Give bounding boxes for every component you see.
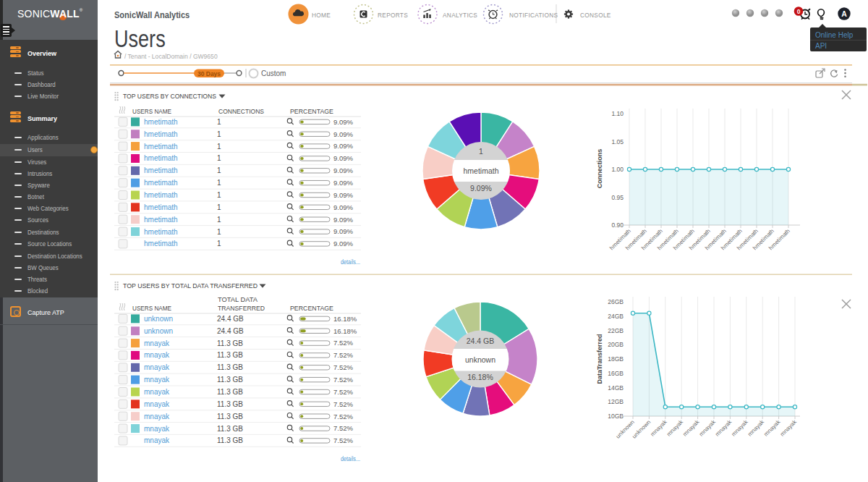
- svg-text:A: A: [841, 9, 847, 18]
- svg-text:11.3 GB: 11.3 GB: [217, 400, 243, 408]
- svg-text:11.3 GB: 11.3 GB: [217, 436, 243, 444]
- svg-text:11.3 GB: 11.3 GB: [217, 388, 243, 396]
- svg-text:1: 1: [217, 203, 221, 211]
- svg-text:mnayak: mnayak: [746, 418, 766, 438]
- svg-text:7.52%: 7.52%: [333, 388, 353, 396]
- svg-text:mnayak: mnayak: [144, 376, 170, 384]
- svg-text:16.18%: 16.18%: [333, 327, 357, 335]
- svg-text:18GB: 18GB: [608, 355, 624, 363]
- svg-text:9.09%: 9.09%: [333, 216, 353, 224]
- svg-text:mnayak: mnayak: [731, 418, 750, 438]
- svg-text:PERCENTAGE: PERCENTAGE: [290, 305, 333, 312]
- svg-text:mnayak: mnayak: [144, 388, 170, 396]
- svg-text:hmetimath: hmetimath: [144, 179, 178, 187]
- svg-text:24.4 GB: 24.4 GB: [217, 315, 244, 323]
- svg-text:mnayak: mnayak: [144, 351, 170, 359]
- svg-text:1: 1: [217, 154, 221, 162]
- svg-text:1.05: 1.05: [611, 138, 624, 145]
- svg-text:30 Days: 30 Days: [197, 70, 221, 77]
- svg-text:hmetimath: hmetimath: [144, 216, 178, 224]
- svg-text:1: 1: [217, 118, 221, 126]
- svg-text:26GB: 26GB: [608, 298, 624, 305]
- svg-text:hmetimath: hmetimath: [144, 228, 178, 236]
- svg-text:hmetimath: hmetimath: [144, 130, 178, 138]
- svg-text:mnayak: mnayak: [650, 418, 669, 438]
- svg-text:9.09%: 9.09%: [333, 203, 353, 211]
- svg-text:TRANSFERRED: TRANSFERRED: [218, 305, 265, 312]
- svg-text:mnayak: mnayak: [144, 413, 170, 420]
- svg-text:USERS NAME: USERS NAME: [132, 305, 171, 312]
- svg-text:mnayak: mnayak: [144, 339, 170, 347]
- svg-text:hmetimath: hmetimath: [144, 191, 178, 199]
- svg-text:9.09%: 9.09%: [333, 240, 353, 248]
- svg-text:mnayak: mnayak: [698, 418, 718, 438]
- svg-text:9.09%: 9.09%: [333, 227, 353, 235]
- svg-text:9.09%: 9.09%: [333, 154, 353, 162]
- svg-text:11.3 GB: 11.3 GB: [217, 351, 243, 359]
- svg-text:9.09%: 9.09%: [333, 179, 353, 187]
- svg-text:16GB: 16GB: [608, 370, 624, 377]
- svg-text:mnayak: mnayak: [762, 418, 782, 438]
- svg-text:14GB: 14GB: [608, 384, 624, 392]
- svg-text:mnayak: mnayak: [144, 436, 170, 444]
- svg-text:7.52%: 7.52%: [333, 400, 353, 408]
- svg-text:details...: details...: [341, 258, 360, 266]
- svg-text:24.4 GB: 24.4 GB: [467, 337, 495, 345]
- svg-text:7.52%: 7.52%: [333, 424, 353, 432]
- svg-text:0.95: 0.95: [611, 194, 624, 201]
- svg-text:9.09%: 9.09%: [333, 142, 353, 150]
- svg-text:11.3 GB: 11.3 GB: [217, 363, 243, 371]
- svg-text:0: 0: [797, 8, 801, 15]
- svg-text:9.09%: 9.09%: [333, 118, 353, 126]
- svg-text:details...: details...: [341, 454, 360, 462]
- svg-text:TOTAL DATA: TOTAL DATA: [218, 296, 258, 303]
- svg-text:PERCENTAGE: PERCENTAGE: [290, 108, 333, 115]
- svg-text:7.52%: 7.52%: [333, 351, 353, 359]
- svg-text:unknown: unknown: [465, 355, 495, 364]
- svg-text:9.09%: 9.09%: [333, 130, 353, 138]
- svg-text:hmetimath: hmetimath: [144, 143, 178, 151]
- svg-text:mnayak: mnayak: [144, 363, 170, 371]
- svg-text:1.10: 1.10: [611, 110, 624, 117]
- svg-text:1.00: 1.00: [611, 166, 624, 173]
- svg-text:1: 1: [217, 228, 221, 236]
- svg-text:24.4 GB: 24.4 GB: [217, 327, 244, 335]
- svg-text:1: 1: [217, 216, 221, 224]
- svg-text:16.18%: 16.18%: [333, 315, 357, 323]
- svg-text:20GB: 20GB: [608, 341, 624, 348]
- svg-text:11.3 GB: 11.3 GB: [217, 413, 243, 420]
- svg-text:CONNECTIONS: CONNECTIONS: [218, 108, 264, 115]
- svg-text:16.18%: 16.18%: [467, 373, 493, 381]
- svg-text:24GB: 24GB: [608, 313, 624, 320]
- svg-text:hmetimath: hmetimath: [144, 240, 178, 248]
- svg-text:mnayak: mnayak: [681, 418, 701, 438]
- svg-text:hmetimath: hmetimath: [144, 118, 178, 126]
- svg-text:1: 1: [217, 191, 221, 199]
- svg-text:hmetimath: hmetimath: [144, 203, 178, 211]
- svg-text:mnayak: mnayak: [144, 425, 170, 433]
- svg-text:1: 1: [217, 166, 221, 174]
- svg-text:mnayak: mnayak: [779, 418, 799, 438]
- svg-text:7.52%: 7.52%: [333, 413, 353, 420]
- svg-text:hmetimath: hmetimath: [144, 166, 178, 174]
- svg-text:11.3 GB: 11.3 GB: [217, 339, 243, 347]
- svg-text:1: 1: [217, 130, 221, 138]
- svg-text:hmetimath: hmetimath: [463, 166, 498, 175]
- svg-text:9.09%: 9.09%: [333, 166, 353, 174]
- svg-text:1: 1: [217, 240, 221, 248]
- svg-text:USERS NAME: USERS NAME: [132, 108, 171, 115]
- svg-text:Custom: Custom: [261, 69, 286, 77]
- svg-text:7.52%: 7.52%: [333, 339, 353, 347]
- svg-text:7.52%: 7.52%: [333, 376, 353, 384]
- svg-text:hmetimath: hmetimath: [144, 154, 178, 162]
- svg-text:mnayak: mnayak: [665, 418, 685, 438]
- svg-text:TOP USERS BY CONNECTIONS: TOP USERS BY CONNECTIONS: [123, 93, 216, 100]
- svg-text:TOP USERS BY TOTAL DATA TRANSF: TOP USERS BY TOTAL DATA TRANSFERRED: [123, 282, 258, 289]
- svg-text:DataTransferred: DataTransferred: [596, 334, 603, 384]
- svg-text:22GB: 22GB: [608, 327, 624, 334]
- svg-text:1: 1: [217, 179, 221, 187]
- svg-text:11.3 GB: 11.3 GB: [217, 376, 243, 384]
- svg-text:7.52%: 7.52%: [333, 363, 353, 371]
- svg-text:9.09%: 9.09%: [333, 191, 353, 199]
- svg-text:9.09%: 9.09%: [470, 184, 492, 193]
